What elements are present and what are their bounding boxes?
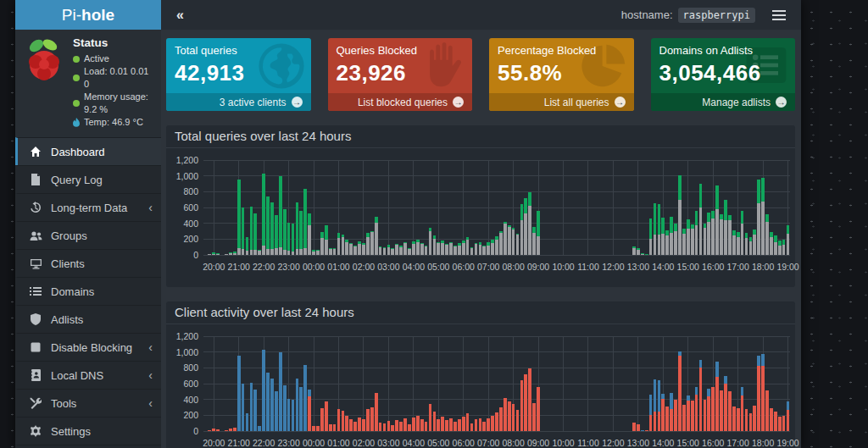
bar-segment-series-red-bottom[interactable]: [433, 412, 437, 431]
bar-segment-series-green-top[interactable]: [707, 213, 710, 222]
bar-segment-series-green-top[interactable]: [362, 243, 365, 244]
bar-segment-series-red-bottom[interactable]: [665, 407, 669, 431]
bar-segment-series-red-bottom[interactable]: [208, 430, 211, 431]
bar-segment-series-red-bottom[interactable]: [482, 422, 486, 431]
bar-segment-series-green-top[interactable]: [325, 225, 328, 240]
bar-segment-series-gray-bottom[interactable]: [765, 222, 769, 255]
bar-segment-series-gray-bottom[interactable]: [512, 230, 515, 255]
bar-segment-series-gray-bottom[interactable]: [416, 242, 420, 255]
bar-segment-series-gray-bottom[interactable]: [342, 237, 345, 255]
bar-segment-series-gray-bottom[interactable]: [737, 237, 740, 255]
bar-segment-series-gray-bottom[interactable]: [782, 245, 786, 255]
bar-segment-series-green-top[interactable]: [508, 225, 511, 227]
bar-segment-series-gray-bottom[interactable]: [524, 213, 527, 255]
bar-segment-series-blue-top[interactable]: [724, 376, 727, 384]
bar-segment-series-blue-top[interactable]: [715, 362, 719, 377]
bar-segment-series-red-bottom[interactable]: [445, 420, 448, 431]
bar-segment-series-red-bottom[interactable]: [724, 384, 727, 431]
bar-segment-series-gray-bottom[interactable]: [266, 249, 270, 255]
bar-segment-series-green-top[interactable]: [749, 237, 753, 241]
bar-segment-series-green-top[interactable]: [395, 244, 398, 245]
bar-segment-series-red-bottom[interactable]: [728, 391, 732, 431]
bar-segment-series-gray-bottom[interactable]: [728, 220, 732, 255]
bar-segment-series-red-bottom[interactable]: [233, 428, 236, 431]
bar-segment-series-red-bottom[interactable]: [325, 401, 328, 431]
bar-segment-series-blue-top[interactable]: [641, 430, 644, 431]
bar-segment-series-gray-bottom[interactable]: [520, 220, 524, 255]
bar-segment-series-gray-bottom[interactable]: [687, 229, 690, 255]
bar-segment-series-green-top[interactable]: [532, 227, 536, 233]
bar-segment-series-red-bottom[interactable]: [387, 421, 391, 431]
bar-segment-series-gray-bottom[interactable]: [482, 246, 486, 255]
bar-segment-series-red-bottom[interactable]: [516, 410, 520, 431]
bar-segment-series-green-top[interactable]: [695, 211, 698, 225]
bar-segment-series-green-top[interactable]: [337, 233, 341, 238]
bar-segment-series-green-top[interactable]: [349, 243, 353, 244]
bar-segment-series-green-top[interactable]: [399, 246, 403, 247]
bar-segment-series-red-bottom[interactable]: [362, 419, 365, 431]
bar-segment-series-green-top[interactable]: [711, 211, 715, 218]
bar-segment-series-gray-bottom[interactable]: [661, 234, 665, 255]
bar-segment-series-gray-bottom[interactable]: [449, 243, 453, 255]
bar-segment-series-red-bottom[interactable]: [370, 407, 374, 431]
bar-segment-series-gray-bottom[interactable]: [770, 237, 773, 255]
bar-segment-series-gray-bottom[interactable]: [632, 248, 636, 255]
bar-segment-series-gray-bottom[interactable]: [420, 244, 424, 255]
bar-segment-series-gray-bottom[interactable]: [308, 225, 311, 255]
bar-segment-series-gray-bottom[interactable]: [787, 234, 790, 255]
brand-logo[interactable]: Pi-hole: [15, 0, 161, 30]
bar-segment-series-green-top[interactable]: [292, 224, 295, 252]
bar-segment-series-red-bottom[interactable]: [757, 366, 760, 431]
bar-segment-series-gray-bottom[interactable]: [441, 243, 444, 255]
bar-segment-series-gray-bottom[interactable]: [674, 231, 677, 255]
bar-segment-series-red-bottom[interactable]: [654, 412, 657, 431]
bar-segment-series-gray-bottom[interactable]: [429, 231, 432, 255]
bar-segment-series-green-top[interactable]: [728, 215, 732, 220]
bar-segment-series-red-bottom[interactable]: [504, 398, 507, 431]
bar-segment-series-gray-bottom[interactable]: [516, 235, 520, 255]
bar-segment-series-gray-bottom[interactable]: [208, 254, 211, 255]
bar-segment-series-red-bottom[interactable]: [520, 380, 524, 431]
bar-segment-series-blue-top[interactable]: [699, 360, 703, 368]
bar-segment-series-green-top[interactable]: [266, 196, 270, 249]
bar-segment-series-green-top[interactable]: [687, 219, 690, 229]
bar-segment-series-red-bottom[interactable]: [753, 406, 756, 431]
bar-segment-series-red-bottom[interactable]: [395, 420, 398, 431]
bar-segment-series-green-top[interactable]: [416, 240, 420, 242]
bar-segment-series-red-bottom[interactable]: [508, 401, 511, 431]
bar-segment-series-gray-bottom[interactable]: [375, 223, 378, 255]
bar-segment-series-gray-bottom[interactable]: [216, 254, 220, 255]
bar-segment-series-gray-bottom[interactable]: [761, 202, 765, 255]
bar-segment-series-red-bottom[interactable]: [774, 412, 777, 431]
bar-segment-series-gray-bottom[interactable]: [225, 254, 228, 255]
bar-segment-series-red-bottom[interactable]: [425, 422, 428, 431]
bar-segment-series-blue-top[interactable]: [262, 350, 265, 431]
bar-segment-series-green-top[interactable]: [316, 250, 320, 251]
bar-segment-series-blue-top[interactable]: [695, 387, 698, 395]
bar-segment-series-gray-bottom[interactable]: [499, 233, 503, 255]
bar-segment-series-red-bottom[interactable]: [782, 416, 786, 431]
hamburger-menu-icon[interactable]: [767, 7, 791, 24]
bar-segment-series-gray-bottom[interactable]: [479, 245, 482, 255]
bar-segment-series-green-top[interactable]: [765, 214, 769, 221]
bar-segment-series-gray-bottom[interactable]: [320, 238, 324, 255]
bar-segment-series-red-bottom[interactable]: [462, 417, 465, 431]
bar-segment-series-red-bottom[interactable]: [375, 393, 378, 431]
bar-segment-series-green-top[interactable]: [441, 241, 444, 243]
bar-segment-series-green-top[interactable]: [458, 243, 461, 246]
bar-segment-series-green-top[interactable]: [479, 242, 482, 245]
sidebar-item-dashboard[interactable]: Dashboard: [15, 137, 161, 165]
bar-segment-series-red-bottom[interactable]: [512, 404, 515, 431]
bar-segment-series-green-top[interactable]: [303, 189, 307, 248]
bar-segment-series-red-bottom[interactable]: [412, 418, 415, 431]
bar-segment-series-red-bottom[interactable]: [479, 418, 482, 431]
bar-segment-series-green-top[interactable]: [342, 235, 345, 236]
bar-segment-series-green-top[interactable]: [732, 230, 736, 235]
bar-segment-series-green-top[interactable]: [520, 204, 524, 220]
bar-segment-series-gray-bottom[interactable]: [233, 253, 236, 255]
bar-segment-series-green-top[interactable]: [308, 213, 311, 225]
bar-segment-series-red-bottom[interactable]: [720, 390, 723, 431]
bar-segment-series-gray-bottom[interactable]: [312, 252, 315, 255]
bar-segment-series-gray-bottom[interactable]: [715, 209, 719, 255]
bar-segment-series-green-top[interactable]: [250, 207, 253, 250]
